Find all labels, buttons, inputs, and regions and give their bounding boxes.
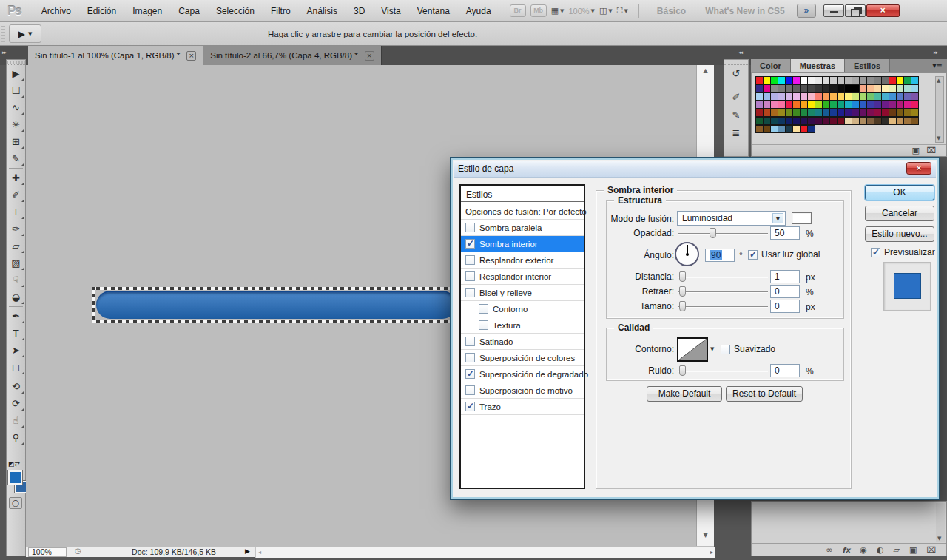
options-bar-grip[interactable] (1, 25, 5, 42)
effect-row[interactable]: Textura (461, 317, 584, 334)
effect-checkbox[interactable] (465, 255, 475, 265)
tools-panel-grip[interactable] (7, 60, 25, 65)
color-swatch[interactable] (911, 76, 919, 84)
ok-button[interactable]: OK (865, 185, 934, 200)
scroll-up-icon[interactable]: ▲ (697, 67, 714, 74)
adjustment-layer-icon[interactable]: ◐ (877, 545, 884, 555)
layer-group-icon[interactable]: ▱ (893, 545, 899, 555)
scroll-up-icon[interactable]: ▲ (937, 78, 940, 84)
color-swatch[interactable] (911, 109, 919, 117)
scroll-down-icon[interactable]: ▼ (937, 135, 940, 141)
size-slider[interactable] (678, 301, 768, 312)
menu-item-selección[interactable]: Selección (208, 0, 263, 22)
slider-thumb[interactable] (710, 228, 716, 238)
path-selection-tool-button[interactable]: ➤ (7, 342, 25, 359)
eyedropper-tool-button[interactable]: ✎ (7, 150, 25, 167)
mini-bridge-button[interactable]: Mb (530, 4, 547, 17)
delete-layer-icon[interactable]: ⌧ (926, 545, 936, 555)
swatches-scrollbar[interactable]: ▲ ▼ (935, 76, 944, 143)
menu-item-3d[interactable]: 3D (346, 0, 373, 22)
panel-menu-icon[interactable]: ▾≡ (933, 59, 947, 72)
rectangular-marquee-tool-button[interactable]: ☐ (7, 82, 25, 99)
clone-source-panel-icon[interactable]: ≣ (724, 124, 748, 142)
shape-tool-button[interactable]: ◻ (7, 359, 25, 376)
make-default-button[interactable]: Make Default (647, 386, 722, 402)
document-tab[interactable]: Sin título-2 al 66,7% (Capa 4, RGB/8) *× (203, 46, 381, 65)
brush-tool-button[interactable]: ✐ (7, 186, 25, 203)
hand-tool-button[interactable]: ☝ (7, 412, 25, 429)
history-brush-tool-button[interactable]: ✑ (7, 220, 25, 237)
arrange-documents-button[interactable]: ◫▼ (599, 6, 613, 16)
effect-row[interactable]: Trazo (461, 399, 584, 415)
antialiased-checkbox[interactable] (721, 345, 730, 354)
tab-close-icon[interactable]: × (365, 51, 374, 61)
panel-tab-muestras[interactable]: Muestras (791, 59, 845, 72)
slider-thumb[interactable] (679, 301, 686, 311)
effect-checkbox[interactable] (465, 288, 475, 297)
status-menu-arrow-icon[interactable]: ▶ (245, 547, 250, 555)
effect-checkbox[interactable] (465, 223, 475, 232)
document-tab[interactable]: Sin título-1 al 100% (Capa 1, RGB/8) *× (28, 46, 203, 65)
healing-brush-tool-button[interactable]: ✚ (7, 169, 25, 186)
eraser-tool-button[interactable]: ▱ (7, 237, 25, 254)
noise-field[interactable]: 0 (770, 364, 800, 377)
move-tool-preset[interactable]: ▶▼ (9, 24, 41, 43)
delete-swatch-icon[interactable]: ⌧ (926, 146, 936, 155)
scroll-left-icon[interactable]: ◂ (258, 549, 261, 556)
scroll-down-icon[interactable]: ▼ (697, 532, 714, 539)
opacity-field[interactable]: 50 (770, 226, 800, 240)
menu-item-análisis[interactable]: Análisis (299, 0, 346, 22)
quick-mask-button[interactable]: ◯ (9, 497, 22, 509)
dialog-title[interactable]: Estilo de capa (454, 161, 936, 178)
size-field[interactable]: 0 (770, 300, 800, 313)
quick-selection-tool-button[interactable]: ✳ (7, 116, 25, 133)
dock-collapse-icon[interactable]: ◂◂ (738, 50, 742, 55)
effect-checkbox[interactable] (465, 239, 475, 249)
color-swatch[interactable] (911, 84, 919, 92)
color-swatch[interactable] (911, 101, 919, 109)
view-extras-button[interactable]: ▦▼ (551, 6, 565, 16)
slider-thumb[interactable] (679, 286, 686, 297)
dodge-tool-button[interactable]: ◒ (7, 289, 25, 306)
move-tool-button[interactable]: ▶ (7, 65, 25, 82)
foreground-color-swatch[interactable] (8, 470, 22, 485)
bridge-button[interactable]: Br (510, 4, 526, 17)
angle-dial[interactable] (675, 242, 699, 266)
workspace-basic-label[interactable]: Básico (650, 6, 693, 16)
workspace-overflow-button[interactable]: » (797, 4, 816, 18)
slider-thumb[interactable] (679, 365, 686, 376)
minimize-button[interactable] (823, 4, 844, 17)
contour-picker[interactable] (677, 337, 708, 362)
effect-checkbox[interactable] (465, 402, 475, 411)
effect-checkbox[interactable] (479, 320, 488, 330)
choke-slider[interactable] (678, 286, 768, 297)
effect-checkbox[interactable] (465, 271, 475, 281)
gradient-tool-button[interactable]: ▨ (7, 254, 25, 271)
workspace-whats-new-label[interactable]: What's New in CS5 (698, 6, 792, 16)
slider-thumb[interactable] (679, 271, 686, 282)
angle-field[interactable]: 90 (705, 249, 735, 262)
zoom-tool-button[interactable]: ⚲ (7, 429, 25, 446)
use-global-light-checkbox[interactable] (748, 250, 758, 260)
panel-tab-color[interactable]: Color (751, 59, 791, 72)
effect-checkbox[interactable] (465, 369, 475, 379)
reset-to-default-button[interactable]: Reset to Default (726, 386, 803, 402)
default-colors-icon[interactable]: ◩⇄ (8, 460, 23, 470)
new-layer-icon[interactable]: ▣ (909, 545, 917, 555)
3d-rotate-tool-button[interactable]: ⟲ (7, 378, 25, 395)
tab-close-icon[interactable]: × (186, 51, 196, 61)
dock-expand-icon[interactable]: ▸▸ (934, 50, 937, 55)
menu-item-archivo[interactable]: Archivo (33, 0, 79, 22)
pen-tool-button[interactable]: ✒ (7, 308, 25, 325)
layers-scrollbar[interactable]: ▼ (936, 503, 945, 542)
menu-item-filtro[interactable]: Filtro (263, 0, 299, 22)
status-zoom-field[interactable]: 100% (28, 547, 67, 557)
effect-checkbox[interactable] (479, 304, 488, 314)
effect-checkbox[interactable] (465, 337, 475, 346)
zoom-level-dropdown[interactable]: 100%▼ (568, 7, 595, 16)
menu-item-imagen[interactable]: Imagen (124, 0, 170, 22)
effect-checkbox[interactable] (465, 385, 475, 395)
layer-style-fx-icon[interactable]: fx (842, 546, 850, 554)
tool-presets-panel-icon[interactable]: ✎ (724, 107, 748, 124)
canvas-horizontal-scrollbar[interactable]: ◂ ▸ (255, 547, 715, 558)
